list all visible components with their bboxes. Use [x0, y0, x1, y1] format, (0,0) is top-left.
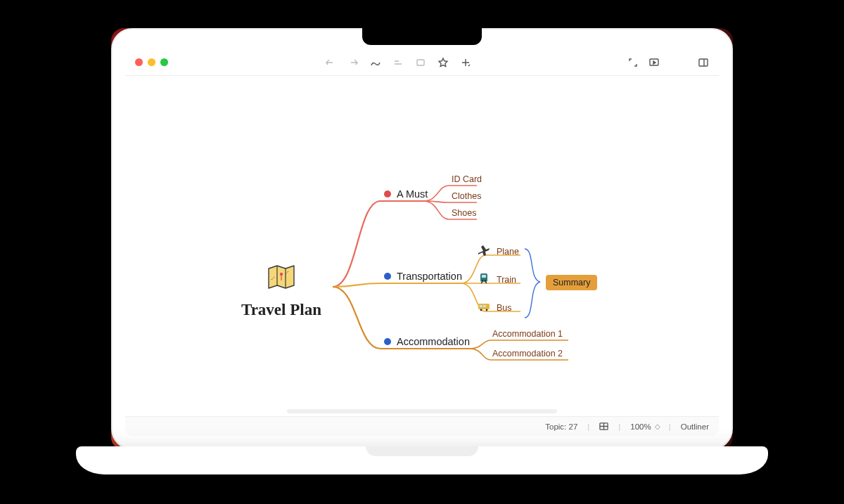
app-window: Travel Plan A Must ID Card Clothes Shoes…	[125, 49, 719, 436]
root-title: Travel Plan	[241, 301, 321, 319]
separator: |	[669, 422, 671, 431]
dot-icon	[384, 273, 391, 280]
separator: |	[618, 422, 620, 431]
present-icon[interactable]	[648, 57, 660, 68]
leaf-label: Plane	[497, 247, 519, 257]
zoom-control[interactable]: 100% ◇	[630, 422, 658, 431]
frame-icon[interactable]	[415, 57, 426, 68]
leaf-label: Bus	[497, 303, 512, 313]
statusbar: Topic: 27 | | 100% ◇ | Outliner	[125, 416, 719, 436]
add-icon[interactable]	[460, 57, 471, 68]
leaf-accommodation-1[interactable]: Accommodation 1	[492, 329, 563, 339]
connector-lines	[125, 76, 719, 416]
svg-point-11	[480, 309, 482, 311]
svg-point-6	[482, 280, 483, 281]
leaf-clothes[interactable]: Clothes	[452, 191, 481, 201]
map-icon	[241, 264, 321, 294]
branch-accommodation[interactable]: Accommodation	[384, 336, 470, 347]
fullscreen-icon[interactable]	[627, 57, 639, 68]
format-icon[interactable]	[392, 57, 404, 68]
branch-transportation[interactable]: Transportation	[384, 271, 462, 282]
bus-icon	[477, 299, 491, 316]
svg-rect-2	[699, 59, 708, 66]
separator: |	[587, 422, 589, 431]
branch-label: Accommodation	[397, 336, 470, 347]
svg-point-3	[280, 273, 283, 276]
dot-icon	[384, 338, 391, 345]
leaf-plane[interactable]: Plane	[477, 243, 519, 259]
maximize-window-button[interactable]	[160, 58, 168, 66]
root-node[interactable]: Travel Plan	[241, 264, 321, 319]
sidebar-toggle-icon[interactable]	[698, 57, 709, 68]
plane-icon	[477, 243, 491, 259]
branch-label: A Must	[397, 188, 428, 200]
leaf-accommodation-2[interactable]: Accommodation 2	[492, 349, 563, 358]
toolbar-center	[175, 57, 620, 68]
topic-count: Topic: 27	[545, 422, 577, 431]
leaf-id-card[interactable]: ID Card	[452, 174, 482, 184]
map-view-button[interactable]	[599, 422, 608, 431]
zoom-stepper-icon: ◇	[655, 422, 659, 430]
svg-rect-9	[480, 305, 482, 307]
share-icon[interactable]	[347, 57, 359, 68]
star-icon[interactable]	[437, 57, 449, 68]
toolbar-right	[627, 57, 709, 68]
svg-rect-5	[482, 275, 486, 278]
branch-a-must[interactable]: A Must	[384, 188, 428, 200]
export-icon[interactable]	[325, 57, 336, 68]
curve-icon[interactable]	[370, 57, 381, 68]
svg-rect-0	[417, 60, 424, 65]
window-controls	[135, 58, 168, 66]
close-window-button[interactable]	[135, 58, 143, 66]
train-icon	[477, 271, 491, 287]
svg-rect-10	[483, 305, 486, 307]
outliner-button[interactable]: Outliner	[681, 422, 709, 431]
horizontal-scrollbar[interactable]	[287, 409, 557, 413]
summary-node[interactable]: Summary	[546, 275, 597, 290]
branch-label: Transportation	[397, 271, 462, 282]
dot-icon	[384, 190, 391, 198]
mindmap-canvas[interactable]: Travel Plan A Must ID Card Clothes Shoes…	[125, 76, 719, 416]
leaf-shoes[interactable]: Shoes	[452, 208, 476, 218]
titlebar	[125, 49, 719, 76]
minimize-window-button[interactable]	[148, 58, 155, 66]
leaf-train[interactable]: Train	[477, 271, 516, 287]
svg-point-7	[485, 280, 486, 281]
svg-point-12	[486, 309, 488, 311]
leaf-bus[interactable]: Bus	[477, 299, 512, 316]
leaf-label: Train	[497, 275, 516, 285]
